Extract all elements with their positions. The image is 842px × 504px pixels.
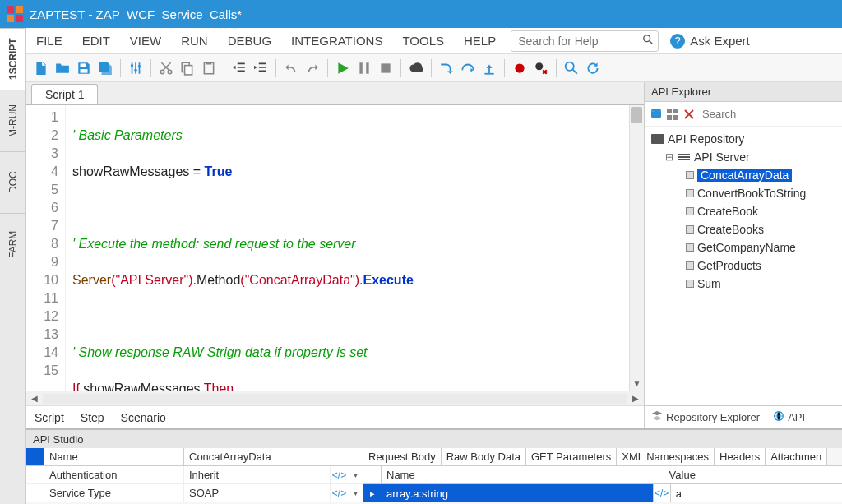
- method-icon: [686, 171, 694, 179]
- tab-step[interactable]: Step: [81, 411, 104, 424]
- chevron-down-icon[interactable]: ▾: [348, 466, 363, 483]
- stop-record-button[interactable]: [531, 58, 551, 78]
- open-button[interactable]: [53, 58, 72, 78]
- col-value-header[interactable]: ConcatArrayData: [184, 448, 363, 465]
- menu-help[interactable]: HELP: [454, 34, 506, 48]
- left-tab-mrun[interactable]: M-RUN: [0, 90, 25, 151]
- search-icon[interactable]: [642, 34, 654, 48]
- save-button[interactable]: [74, 58, 94, 78]
- tree-method-getproducts[interactable]: GetProducts: [645, 257, 842, 275]
- delete-icon[interactable]: [682, 105, 696, 123]
- tab-headers[interactable]: Headers: [715, 448, 766, 465]
- layers-icon: [651, 410, 663, 424]
- tree-method-concatarraydata[interactable]: ConcatArrayData: [645, 166, 842, 184]
- grid-row-auth[interactable]: Authentication Inherit </> ▾: [26, 466, 363, 484]
- tree-server[interactable]: ⊟ API Server: [645, 148, 842, 166]
- right-panel-footer-tabs: Repository Explorer API: [645, 405, 842, 428]
- svg-rect-2: [7, 15, 14, 22]
- chevron-down-icon[interactable]: ▾: [348, 484, 363, 502]
- paste-button[interactable]: [199, 58, 219, 78]
- pause-button[interactable]: [354, 58, 374, 78]
- zoom-in-button[interactable]: [562, 58, 581, 78]
- cloud-button[interactable]: [406, 58, 426, 78]
- request-row[interactable]: ▸ array.a:string </> a: [363, 484, 842, 502]
- db-icon[interactable]: [650, 105, 663, 123]
- svg-rect-17: [359, 62, 362, 74]
- code-icon[interactable]: </>: [653, 484, 671, 502]
- left-tab-doc[interactable]: DOC: [0, 151, 25, 213]
- tab-script[interactable]: Script: [35, 411, 64, 424]
- grid-icon[interactable]: [666, 105, 679, 123]
- menu-file[interactable]: FILE: [26, 34, 72, 48]
- indent-button[interactable]: [251, 58, 271, 78]
- req-col-value[interactable]: Value: [664, 466, 842, 483]
- outdent-button[interactable]: [229, 58, 249, 78]
- tree-method-convertbooktostring[interactable]: ConvertBookToString: [645, 184, 842, 202]
- tab-raw-body[interactable]: Raw Body Data: [442, 448, 526, 465]
- api-explorer-panel: API Explorer API Repository ⊟ API: [645, 82, 842, 428]
- tree-method-sum[interactable]: Sum: [645, 275, 842, 293]
- copy-button[interactable]: [178, 58, 197, 78]
- code-area[interactable]: ' Basic Parameters showRawMessages = Tru…: [66, 105, 629, 391]
- svg-point-21: [535, 62, 543, 70]
- code-editor[interactable]: 123456789101112131415 ' Basic Parameters…: [26, 105, 644, 391]
- tree-method-createbook[interactable]: CreateBook: [645, 202, 842, 220]
- grid-row-servicetype[interactable]: Service Type SOAP </> ▾: [26, 484, 363, 502]
- left-tab-farm[interactable]: FARM: [0, 213, 25, 275]
- method-icon: [686, 189, 694, 197]
- step-into-button[interactable]: [437, 58, 456, 78]
- svg-rect-29: [651, 134, 664, 144]
- tree-root[interactable]: API Repository: [645, 130, 842, 148]
- svg-point-10: [138, 65, 141, 67]
- tree-method-getcompanyname[interactable]: GetCompanyName: [645, 238, 842, 257]
- stop-button[interactable]: [376, 58, 396, 78]
- tab-scenario[interactable]: Scenario: [121, 411, 166, 424]
- redo-button[interactable]: [303, 58, 322, 78]
- svg-point-9: [134, 68, 136, 71]
- script-tab[interactable]: Script 1: [31, 84, 98, 104]
- code-icon[interactable]: </>: [330, 484, 348, 502]
- app-logo-icon: [7, 6, 23, 22]
- menu-run[interactable]: RUN: [171, 34, 218, 48]
- undo-button[interactable]: [281, 58, 301, 78]
- collapse-icon[interactable]: ⊟: [664, 151, 674, 163]
- tab-attachments[interactable]: Attachmen: [766, 448, 827, 465]
- foot-tab-api[interactable]: API: [766, 410, 812, 424]
- scroll-thumb[interactable]: [632, 107, 642, 123]
- api-search-input[interactable]: [699, 108, 840, 120]
- save-all-button[interactable]: [95, 58, 115, 78]
- cut-button[interactable]: [156, 58, 176, 78]
- record-button[interactable]: [510, 58, 530, 78]
- ask-expert-button[interactable]: ? Ask Expert: [670, 34, 750, 49]
- tab-get-params[interactable]: GET Parameters: [526, 448, 617, 465]
- help-search-input[interactable]: [511, 30, 659, 52]
- scroll-down-icon[interactable]: ▼: [630, 377, 644, 391]
- code-icon[interactable]: </>: [330, 466, 348, 483]
- menu-integrations[interactable]: INTEGRATIONS: [281, 34, 392, 48]
- refresh-button[interactable]: [583, 58, 603, 78]
- run-button[interactable]: [333, 58, 353, 78]
- menu-edit[interactable]: EDIT: [72, 34, 120, 48]
- editor-vertical-scrollbar[interactable]: ▲ ▼: [629, 105, 644, 391]
- tree-method-createbooks[interactable]: CreateBooks: [645, 220, 842, 238]
- req-col-name[interactable]: Name: [382, 466, 664, 483]
- title-bar: ZAPTEST - ZAP_WCF_Service_Calls*: [0, 0, 842, 28]
- step-out-button[interactable]: [479, 58, 499, 78]
- svg-point-11: [160, 70, 164, 74]
- new-button[interactable]: [31, 58, 51, 78]
- tab-request-body[interactable]: Request Body: [363, 448, 442, 465]
- tab-xml-ns[interactable]: XML Namespaces: [617, 448, 715, 465]
- scroll-right-icon[interactable]: ▶: [629, 394, 642, 403]
- api-studio-panel: API Studio Name ConcatArrayData Authenti…: [26, 428, 842, 504]
- menu-debug[interactable]: DEBUG: [218, 34, 281, 48]
- left-tab-1script[interactable]: 1SCRIPT: [0, 28, 25, 90]
- foot-tab-repo-explorer[interactable]: Repository Explorer: [645, 410, 766, 424]
- editor-horizontal-scrollbar[interactable]: ◀ ▶: [26, 391, 644, 405]
- scroll-left-icon[interactable]: ◀: [28, 394, 41, 403]
- step-over-button[interactable]: [458, 58, 478, 78]
- menu-tools[interactable]: TOOLS: [392, 34, 454, 48]
- svg-point-12: [168, 70, 172, 74]
- settings-button[interactable]: [126, 58, 146, 78]
- menu-view[interactable]: VIEW: [120, 34, 171, 48]
- col-name-header[interactable]: Name: [44, 448, 184, 465]
